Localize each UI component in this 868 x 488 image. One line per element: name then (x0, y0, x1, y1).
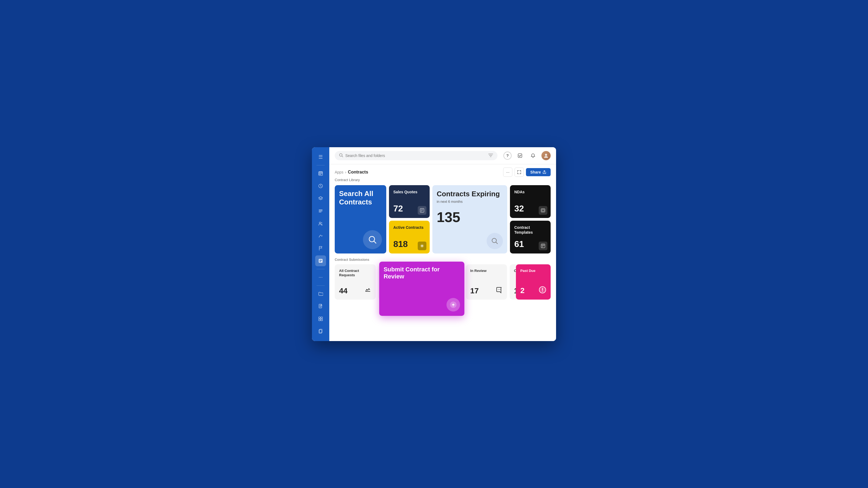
past-due-wrapper: Past Due 2 (516, 264, 551, 300)
search-all-icon (363, 230, 382, 249)
sidebar-divider (316, 165, 325, 165)
breadcrumb-current: Contracts (348, 170, 368, 174)
menu-icon[interactable]: ☰ (315, 152, 326, 162)
svg-point-13 (545, 154, 547, 156)
content-area: Search All Contracts Sales Quotes 72 (329, 185, 556, 341)
sales-quotes-title: Sales Quotes (393, 190, 425, 194)
notifications-button[interactable] (528, 151, 538, 160)
templates-title: Contract Templates (514, 225, 546, 235)
breadcrumb-sep: › (345, 170, 346, 174)
expiring-title: Contracts Expiring (437, 190, 503, 199)
submit-contract-card[interactable]: Submit Contract for Review (379, 262, 464, 316)
breadcrumb-row: Apps › Contracts ··· Share (329, 164, 556, 178)
flag-icon[interactable] (315, 243, 326, 254)
more-options-button[interactable]: ··· (503, 167, 513, 177)
active-contracts-card[interactable]: Active Contracts 818 (389, 221, 430, 254)
doc2-icon[interactable] (315, 301, 326, 312)
submissions-section-label: Contract Submissions (335, 258, 551, 262)
svg-rect-6 (321, 317, 322, 319)
expiring-search-icon (487, 233, 503, 249)
main-content: ? Apps › Contracts (329, 147, 556, 341)
pages-icon[interactable] (315, 326, 326, 337)
svg-rect-8 (321, 319, 322, 321)
all-requests-title: All Contract Requests (339, 269, 371, 283)
breadcrumb-apps[interactable]: Apps (335, 170, 343, 174)
contracts-active-icon[interactable] (315, 255, 326, 266)
sales-quotes-icon (418, 206, 426, 215)
svg-rect-7 (319, 319, 320, 321)
expand-button[interactable] (515, 167, 524, 177)
expiring-number: 135 (437, 209, 503, 225)
search-input[interactable] (345, 154, 486, 158)
page-subtitle: Contract Library (329, 178, 556, 185)
header-actions: ? (503, 151, 551, 160)
ndas-icon (539, 206, 547, 215)
search-all-title: Search All Contracts (339, 190, 382, 206)
list-check-icon[interactable] (315, 205, 326, 216)
all-contract-requests-card[interactable]: All Contract Requests 44 (335, 264, 376, 300)
past-due-number: 2 (520, 286, 525, 295)
in-review-number: 17 (470, 287, 479, 295)
svg-point-23 (500, 289, 501, 290)
outer-container: ☰ (304, 139, 564, 349)
search-icon (339, 153, 343, 158)
search-bar[interactable] (335, 151, 497, 160)
share-button[interactable]: Share (526, 168, 551, 176)
share-label: Share (530, 170, 541, 174)
ndas-title: NDAs (514, 190, 546, 194)
ndas-card[interactable]: NDAs 32 (510, 185, 551, 218)
sign-icon[interactable] (315, 230, 326, 241)
past-due-card[interactable]: Past Due 2 (516, 264, 551, 300)
upload-icon (446, 298, 460, 312)
filter-icon[interactable] (488, 153, 493, 158)
svg-point-14 (369, 236, 375, 242)
user-avatar[interactable] (541, 151, 551, 160)
app-window: ☰ (312, 147, 556, 341)
past-due-icon (539, 286, 546, 295)
svg-rect-12 (518, 154, 522, 158)
contract-library-grid: Search All Contracts Sales Quotes 72 (335, 185, 551, 254)
breadcrumb: Apps › Contracts (335, 170, 368, 174)
help-button[interactable]: ? (503, 152, 512, 160)
more-dots-icon[interactable]: ··· (315, 272, 326, 283)
templates-icon (539, 241, 547, 250)
recents-icon[interactable] (315, 181, 326, 191)
breadcrumb-actions: ··· Share (503, 167, 551, 177)
files-icon[interactable] (315, 168, 326, 179)
submissions-wrapper: All Contract Requests 44 In Progress (335, 264, 551, 300)
task-check-button[interactable] (516, 151, 525, 160)
sales-quotes-card[interactable]: Sales Quotes 72 (389, 185, 430, 218)
contract-templates-card[interactable]: Contract Templates 61 (510, 221, 551, 254)
search-all-contracts-card[interactable]: Search All Contracts (335, 185, 386, 254)
all-requests-number: 44 (339, 287, 347, 295)
submit-contract-title: Submit Contract for Review (383, 266, 460, 280)
svg-point-21 (498, 289, 499, 290)
svg-point-29 (542, 291, 543, 291)
layers-icon[interactable] (315, 193, 326, 204)
svg-rect-5 (319, 317, 320, 319)
folder-icon[interactable] (315, 289, 326, 299)
active-title: Active Contracts (393, 225, 425, 230)
active-icon (418, 241, 426, 250)
past-due-bottom: 2 (520, 286, 546, 295)
in-review-icon (496, 287, 503, 295)
svg-point-2 (319, 222, 321, 224)
past-due-title: Past Due (520, 269, 546, 283)
svg-rect-18 (542, 209, 544, 211)
all-requests-bottom: 44 (339, 287, 371, 295)
stack2-icon[interactable] (315, 314, 326, 324)
svg-rect-20 (541, 244, 545, 248)
users-icon[interactable] (315, 218, 326, 229)
in-review-title: In Review (470, 269, 503, 283)
in-review-bottom: 17 (470, 287, 503, 295)
all-requests-icon (365, 287, 371, 295)
in-review-card[interactable]: In Review 17 (466, 264, 507, 300)
contracts-expiring-card[interactable]: Contracts Expiring in next 6 months 135 (432, 185, 507, 254)
svg-rect-17 (541, 209, 545, 212)
expiring-subtitle: in next 6 months (437, 199, 503, 204)
header: ? (329, 147, 556, 164)
sidebar: ☰ (312, 147, 329, 341)
svg-point-19 (421, 245, 423, 247)
svg-point-22 (499, 289, 500, 290)
